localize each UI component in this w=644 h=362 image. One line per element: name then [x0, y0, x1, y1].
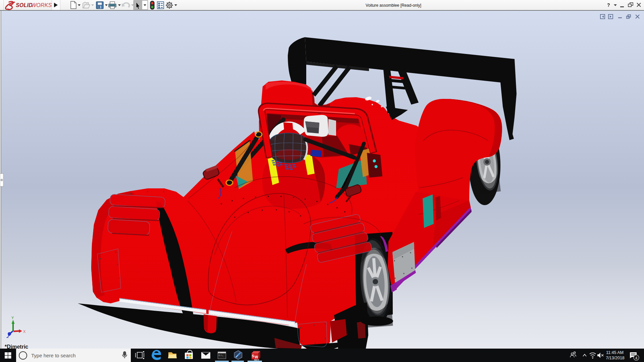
- svg-text:Voiture assomblee [Read-only]: Voiture assomblee [Read-only]: [366, 3, 421, 8]
- svg-text:C:\_: C:\_: [219, 354, 224, 357]
- svg-text:Y: Y: [11, 316, 14, 320]
- svg-text:11:45 AM: 11:45 AM: [606, 350, 624, 355]
- svg-text:C:\_: C:\_: [219, 352, 222, 354]
- svg-text:WORKS: WORKS: [31, 2, 52, 8]
- svg-text:7/13/2018: 7/13/2018: [606, 356, 625, 360]
- svg-text:X: X: [23, 329, 26, 334]
- svg-text:4: 4: [635, 356, 637, 360]
- svg-text:?: ?: [607, 2, 610, 8]
- svg-text:S: S: [252, 354, 254, 358]
- svg-text:SOLID: SOLID: [16, 2, 33, 8]
- svg-text:W: W: [255, 355, 258, 359]
